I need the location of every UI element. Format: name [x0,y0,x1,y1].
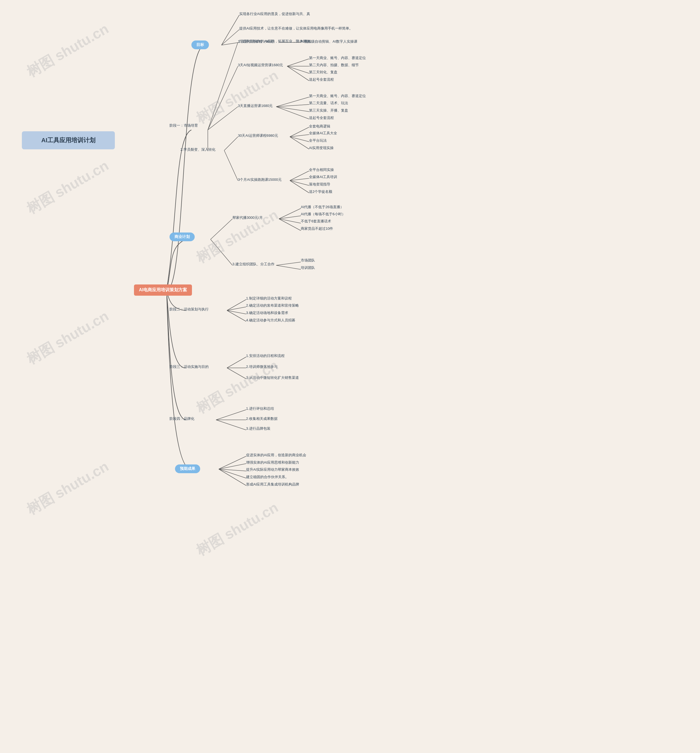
svg-line-20 [290,137,309,142]
svg-line-32 [276,262,301,265]
svg-line-21 [290,137,309,149]
svg-line-44 [219,456,246,469]
svg-line-33 [276,265,301,269]
watermark-8: 树图 shutu.cn [193,498,282,561]
sub-yinliu: 1.设置引流课程（99元） [238,39,277,44]
leaf-3mo-4: 送2个学徒名额 [309,189,332,194]
leaf-30ai-2: 全媒体AI工具大全 [309,131,337,136]
leaf-ss-1: 1.安排活动的日程和流程 [246,353,285,358]
leaf-mubiao-2: 提供AI应用技术，让生意不在难做，让实体应用电商像用手机一样简单。 [239,26,353,31]
leaf-hd-2: 2.确定活动的发布渠道和宣传策略 [246,303,299,308]
svg-line-23 [290,178,309,181]
leaf-ss-3: 3.从活动中微短转化扩大销售渠道 [246,375,299,380]
svg-line-11 [287,66,309,81]
svg-line-35 [227,307,246,311]
sub-zhibo: 3天直播运营课1680元 [238,103,273,108]
branch-shangyejihua: 商业计划 [170,233,195,241]
leaf-shipinying-1: 第一天商业、账号、内容、赛道定位 [309,56,366,61]
leaf-pp-2: 2.收集相关成果数据 [246,416,278,421]
sub-shipinying: 3天AI短视频运营营课1680元 [238,62,283,67]
svg-line-17 [224,150,238,181]
svg-line-0 [221,15,239,45]
leaf-shipinying-4: 送起号全套流程 [309,77,334,82]
leaf-daibo-1: AI代播（不低于26场直播） [301,205,344,209]
svg-line-31 [279,219,301,231]
leaf-yq-2: 增强实体的AI应用思维和创新能力 [246,460,299,465]
title-text: AI工具应用培训计划 [41,137,95,144]
leaf-yq-5: 形成AI应用工具集成培训机构品牌 [246,482,299,487]
branch-pinpai: 阶段四：品牌化 [170,416,195,421]
sub-bangjiabofang: 帮家代播3000元/月 [232,215,263,220]
svg-line-14 [276,107,309,112]
svg-line-22 [290,171,309,181]
leaf-shipinying-3: 第三天转化、复盘 [309,70,337,75]
branch-mubiao: 目标 [192,41,209,49]
mindmap-lines [0,0,700,753]
branch-shichangpeiyu: 阶段一：市场培育 [170,123,198,128]
svg-line-34 [227,300,246,311]
central-node: AI电商应用培训策划方案 [134,284,192,296]
leaf-yq-3: 提升AI实际应用动力帮家商本效效 [246,467,299,472]
svg-line-40 [227,368,246,379]
sub-xueyuan: 2.学员裂变、深入转化 [181,147,215,152]
svg-line-19 [290,134,309,137]
svg-line-1 [221,30,239,45]
branch-yiqichenguo: 预期成果 [175,464,200,473]
leaf-3mo-1: 全平台相同实操 [309,167,334,172]
leaf-yq-4: 建立稳固的合作伙伴关系。 [246,475,289,480]
svg-line-10 [287,66,309,73]
svg-line-26 [210,219,232,239]
watermark-1: 树图 shutu.cn [23,19,112,82]
svg-line-15 [276,107,309,119]
sub-30tianAI: 30天AI运营师课程6980元 [238,133,278,138]
leaf-3mo-3: 落地变现指导 [309,182,330,187]
leaf-mubiao-1: 实现各行业AI应用的普及，促进创新与共、真 [239,11,310,16]
leaf-pp-1: 1.进行评估和总结 [246,406,274,411]
sub-3monthAI: 3个月AI实操路跑课15000元 [238,177,282,182]
svg-line-47 [219,469,246,478]
svg-line-27 [210,239,232,265]
svg-line-29 [279,216,301,219]
leaf-zhibo-4: 送起号全套流程 [309,116,334,120]
leaf-daibo-3: 不低于6套直播话术 [301,219,331,224]
leaf-daibo-2: AI代播（每场不低于6小时） [301,212,345,217]
leaf-hd-4: 4.确定活动参与方式和人员招募 [246,318,295,323]
sub-tuandui: 3.建立组织团队、分工合作 [232,262,274,267]
svg-line-24 [290,181,309,186]
svg-line-16 [224,137,238,150]
svg-line-5 [208,107,238,130]
watermark-4: 树图 shutu.cn [193,205,282,268]
svg-line-18 [290,127,309,137]
leaf-ss-2: 2.培训师微落地参与 [246,364,278,369]
branch-shishi: 阶段三：活动实施与目的 [170,364,209,369]
svg-line-30 [279,219,301,223]
leaf-zhibo-3: 第三天实操、开播、复盘 [309,108,348,113]
svg-line-4 [208,66,238,130]
title-box: AI工具应用培训计划 [22,131,115,149]
leaf-zhibo-2: 第二天流量、话术、玩法 [309,101,348,106]
central-label: AI电商应用培训策划方案 [139,287,187,292]
svg-line-12 [276,97,309,107]
svg-line-37 [227,311,246,321]
leaf-30ai-3: 全平台玩法 [309,138,327,143]
watermark-3: 树图 shutu.cn [23,156,112,219]
leaf-hd-1: 1.制定详细的活动方案和议程 [246,296,292,301]
branch-huodong: 阶段二：活动策划与执行 [170,307,209,312]
svg-line-41 [216,410,246,420]
leaf-yq-1: 促进实体的AI应用，创造新的商业机会 [246,453,306,458]
leaf-tuandui-2: 培训团队 [301,265,315,270]
leaf-yinliu-1: AI视频级自动剪辑、AI数字人实操课 [301,39,357,44]
svg-line-28 [279,208,301,219]
leaf-3mo-2: 全媒体AI工具培训 [309,175,337,180]
svg-line-13 [276,105,309,107]
svg-line-48 [219,469,246,486]
watermark-5: 树图 shutu.cn [23,306,112,369]
leaf-daibo-4: 商家货品不超过10件 [301,226,333,231]
leaf-30ai-1: 全套电商逻辑 [309,124,330,129]
svg-line-43 [216,420,246,430]
svg-line-8 [287,59,309,66]
svg-line-36 [227,311,246,314]
watermark-7: 树图 shutu.cn [23,457,112,519]
svg-line-25 [290,181,309,193]
svg-line-3 [208,42,238,130]
